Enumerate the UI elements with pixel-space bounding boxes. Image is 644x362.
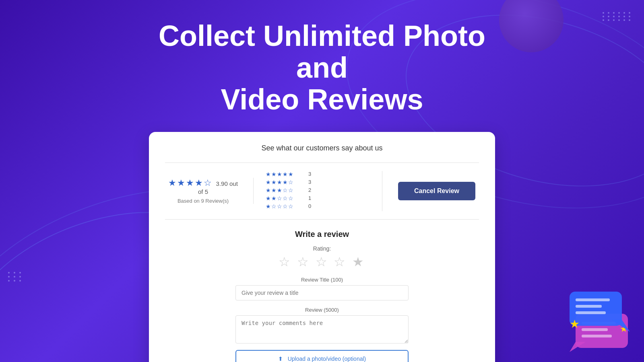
svg-rect-8 bbox=[576, 298, 610, 301]
star-bar-1-count: 0 bbox=[308, 203, 311, 209]
based-on-text: Based on 9 Review(s) bbox=[165, 198, 241, 204]
svg-text:★: ★ bbox=[570, 318, 580, 330]
cancel-section: Cancel Review bbox=[382, 182, 479, 200]
star-3[interactable]: ☆ bbox=[316, 255, 329, 269]
rating-stars-input[interactable]: ☆ ☆ ☆ ☆ ★ bbox=[165, 254, 479, 269]
star-bar-row-1: ★☆☆☆☆ 0 bbox=[266, 203, 370, 210]
svg-rect-3 bbox=[582, 328, 608, 331]
star-bar-3-count: 2 bbox=[308, 187, 311, 193]
card-subtitle: See what our customers say about us bbox=[165, 144, 479, 152]
svg-rect-10 bbox=[576, 311, 606, 314]
overall-stars: ★★★★☆ bbox=[168, 178, 213, 188]
review-title-input[interactable] bbox=[235, 285, 409, 300]
star-bar-1-stars: ★☆☆☆☆ bbox=[266, 203, 306, 210]
star-bar-5-stars: ★★★★★ bbox=[266, 171, 306, 177]
star-bar-row-3: ★★★☆☆ 2 bbox=[266, 187, 370, 193]
overall-stars-row: ★★★★☆ 3.90 out of 5 bbox=[165, 178, 241, 195]
summary-section: ★★★★☆ 3.90 out of 5 Based on 9 Review(s)… bbox=[165, 162, 479, 220]
star-bar-row-4: ★★★★☆ 3 bbox=[266, 179, 370, 185]
star-bar-4-count: 3 bbox=[308, 179, 311, 185]
rating-label: Rating: bbox=[165, 245, 479, 252]
star-bars: ★★★★★ 3 ★★★★☆ 3 ★★★☆☆ 2 ★★☆☆☆ 1 ★☆☆☆☆ bbox=[254, 171, 382, 211]
upload-label: Upload a photo/video (optional) bbox=[288, 356, 366, 362]
review-title-label: Review Title (100) bbox=[165, 277, 479, 283]
main-title: Collect Unlimited Photo and Video Review… bbox=[141, 20, 503, 116]
upload-icon: ⬆ bbox=[278, 356, 283, 362]
svg-rect-4 bbox=[582, 335, 612, 337]
chat-decoration: ★ ★ bbox=[568, 290, 636, 354]
star-2[interactable]: ☆ bbox=[297, 255, 310, 269]
write-review-title: Write a review bbox=[165, 230, 479, 239]
chat-deco-svg: ★ ★ bbox=[568, 290, 636, 354]
star-bar-3-stars: ★★★☆☆ bbox=[266, 187, 306, 193]
write-review-section: Write a review Rating: ☆ ☆ ☆ ☆ ★ Review … bbox=[165, 230, 479, 362]
upload-button[interactable]: ⬆ Upload a photo/video (optional) bbox=[235, 350, 409, 362]
cancel-review-button[interactable]: Cancel Review bbox=[398, 182, 475, 200]
star-1[interactable]: ☆ bbox=[279, 255, 292, 269]
review-card: See what our customers say about us ★★★★… bbox=[149, 132, 495, 362]
review-body-input[interactable] bbox=[235, 315, 409, 343]
overall-rating: ★★★★☆ 3.90 out of 5 Based on 9 Review(s) bbox=[165, 178, 254, 204]
star-bar-row-2: ★★☆☆☆ 1 bbox=[266, 195, 370, 202]
page-content: Collect Unlimited Photo and Video Review… bbox=[0, 0, 644, 362]
review-body-label: Review (5000) bbox=[165, 307, 479, 313]
star-5[interactable]: ★ bbox=[352, 255, 365, 269]
star-bar-row-5: ★★★★★ 3 bbox=[266, 171, 370, 177]
star-bar-4-stars: ★★★★☆ bbox=[266, 179, 306, 185]
star-bar-2-stars: ★★☆☆☆ bbox=[266, 195, 306, 202]
star-4[interactable]: ☆ bbox=[334, 255, 347, 269]
svg-rect-9 bbox=[576, 305, 602, 308]
star-bar-2-count: 1 bbox=[308, 195, 311, 201]
star-bar-5-count: 3 bbox=[308, 171, 311, 177]
